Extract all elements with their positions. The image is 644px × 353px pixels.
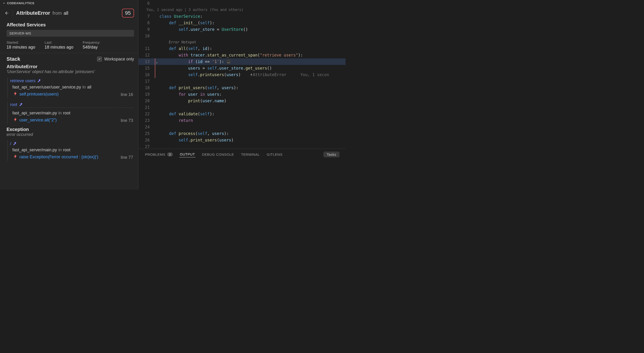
line-number: 12 [138,52,153,58]
from-value: all [64,10,68,16]
stack-heading: Stack [6,56,20,62]
frequency-value: 548/day [83,45,100,50]
code-line[interactable]: print(user.name) [157,98,226,104]
codeanalytics-panel: CODEANALYTICS AttributeError from all 95… [0,0,138,190]
frame-line-number: line 16 [121,92,133,97]
line-number: 9 [138,26,153,33]
frequency-label: Frequency: [83,40,100,44]
frame-code[interactable]: self.printusers(users) [20,92,58,97]
frame-span-name[interactable]: root [10,102,17,107]
tab-tasks-label: Tasks [327,152,336,156]
tab-output-label: OUTPUT [180,152,195,156]
meta-started: Started: 18 minutes ago [6,40,35,50]
telescope-icon [37,79,41,83]
code-line[interactable]: with tracer.start_as_current_span("retri… [157,52,303,58]
inline-blame: You, 1 secon [300,72,329,77]
from-label: from [52,10,62,16]
bolt-icon [250,72,253,77]
fold-indicator[interactable]: … [226,59,231,64]
git-blame-annotation: You, 1 second ago | 3 authors (You and o… [138,6,346,13]
line-number: 16 [138,72,153,78]
line-number: 15 [138,65,153,72]
inline-error-hint[interactable]: AttributeError [253,72,286,77]
stack-error-name: AttributeError [0,64,138,69]
problems-count-badge: 2 [167,152,173,156]
last-label: Last: [44,40,73,44]
error-title: AttributeError [16,10,50,16]
frame-source-fn: root [63,148,70,152]
tab-terminal[interactable]: TERMINAL [240,152,260,157]
code-line[interactable]: def all(self, id): [157,45,212,52]
code-line[interactable]: return [157,117,193,124]
meta-frequency: Frequency: 548/day [83,40,100,50]
stack-frame[interactable]: / fast_api_server/main.py in root raise … [8,140,134,161]
line-number: 19 [138,91,153,98]
frame-in: in [58,111,62,116]
frame-span-name[interactable]: retrieve users [10,78,36,83]
service-chip[interactable]: SERVER-MS [6,30,134,37]
stack-error-message: 'UserService' object has no attribute 'p… [0,69,138,76]
code-line[interactable]: for user in users: [157,91,222,98]
affected-services-heading: Affected Services [0,20,138,30]
code-line[interactable]: def print_users(self, users): [157,84,238,91]
code-line[interactable]: def __init__(self): [157,20,214,26]
line-number: 17 [138,78,153,84]
exception-heading: Exception [0,126,138,132]
line-number: 8 [138,20,153,26]
frame-source-path: fast_api_server/user/user_service.py [12,85,81,90]
workspace-only-toggle[interactable]: Workspace only [97,57,134,62]
code-line[interactable]: class UserService: [157,13,202,20]
code-line[interactable]: if (id == '1'): … [157,58,231,65]
frame-code[interactable]: user_service.all("2") [20,118,57,122]
meta-row: Started: 18 minutes ago Last: 18 minutes… [0,40,138,53]
bolt-icon [14,92,17,97]
tab-gitlens[interactable]: GITLENS [266,152,283,157]
bottom-panel: PROBLEMS 2 OUTPUT DEBUG CONSOLE TERMINAL… [138,149,346,190]
code-line[interactable]: def validate(self): [157,111,214,117]
frame-source-path: fast_api_server/main.py [12,148,57,152]
code-line[interactable]: def process(self, users): [157,130,229,137]
line-number: 23 [138,117,153,124]
frame-span-name[interactable]: / [10,141,11,146]
frame-code[interactable]: raise Exception(f'error occurred : {str(… [20,154,98,160]
last-value: 18 minutes ago [44,45,73,50]
chevron-down-icon [2,2,6,5]
tab-problems-label: PROBLEMS [145,152,165,156]
back-button[interactable] [4,10,9,16]
code-line[interactable]: users = self.user_store.get_users() [157,65,272,72]
tab-debug-console[interactable]: DEBUG CONSOLE [202,152,234,157]
code-line[interactable]: self.printusers(users)AttributeErrorYou,… [157,72,329,78]
code-line[interactable]: self.user_store = UserStore() [157,26,248,33]
frame-source-path: fast_api_server/main.py [12,111,57,116]
arrow-left-icon [4,11,9,16]
line-number: 20 [138,98,153,104]
error-count-badge: 95 [122,9,134,18]
tab-debug-label: DEBUG CONSOLE [202,152,234,156]
stack-header-row: Stack Workspace only [0,54,138,64]
frame-line-number: line 73 [121,118,133,123]
started-label: Started: [6,40,35,44]
bolt-icon [14,118,17,122]
tab-output[interactable]: OUTPUT [179,151,196,157]
telescope-icon [19,102,23,107]
line-number: 13 [138,58,153,65]
telescope-icon [13,142,17,146]
workspace-only-label: Workspace only [104,57,134,62]
panel-header[interactable]: CODEANALYTICS [0,0,138,6]
frame-in: in [82,85,86,90]
stack-frame[interactable]: retrieve users fast_api_server/user/user… [8,78,134,98]
stack-frame[interactable]: root fast_api_server/main.py in root use… [8,101,134,124]
tab-tasks[interactable]: Tasks [324,152,340,157]
frame-line-number: line 77 [121,155,133,160]
tab-problems[interactable]: PROBLEMS 2 [144,152,173,157]
line-number: 27 [138,143,153,149]
code-editor[interactable]: 6 You, 1 second ago | 3 authors (You and… [138,0,346,149]
frame-source-fn: all [87,85,91,90]
title-divider [12,10,13,16]
code-line[interactable]: self.print_users(users) [157,137,234,143]
panel-tabs: PROBLEMS 2 OUTPUT DEBUG CONSOLE TERMINAL… [138,149,346,160]
line-number: 18 [138,84,153,91]
error-hotspot-label: Error Hotspot [157,39,196,45]
editor-area: 6 You, 1 second ago | 3 authors (You and… [138,0,346,190]
line-number: 6 [138,0,153,6]
